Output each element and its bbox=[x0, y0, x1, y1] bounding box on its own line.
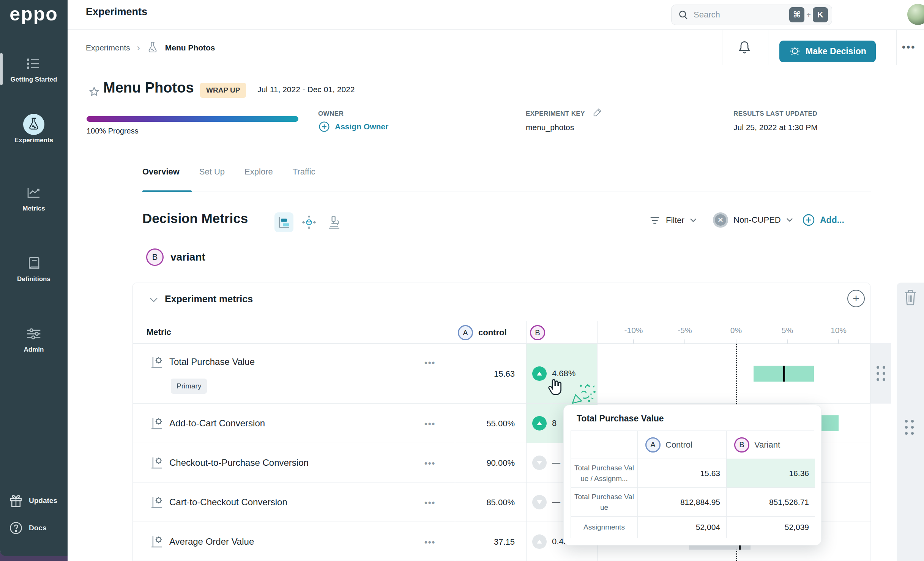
sidebar-scroll-thumb[interactable] bbox=[0, 53, 3, 85]
section-title: Experiment metrics bbox=[165, 294, 253, 305]
metric-name: Total Purchase Value bbox=[169, 357, 255, 367]
control-a-badge: A bbox=[645, 437, 661, 453]
add-label: Add... bbox=[820, 215, 844, 225]
avatar[interactable] bbox=[907, 4, 924, 25]
search-input[interactable]: Search ⌘ + K bbox=[671, 5, 832, 25]
book-icon bbox=[0, 253, 68, 274]
sidebar-item-label: Metrics bbox=[0, 205, 68, 212]
tab-underline-track bbox=[142, 192, 871, 192]
sidebar-item-metrics[interactable]: Metrics bbox=[0, 182, 68, 212]
tooltip-variant-value: 851,526.71 bbox=[727, 488, 815, 517]
breadcrumb-experiments[interactable]: Experiments bbox=[86, 43, 130, 52]
microscope-icon[interactable] bbox=[325, 212, 344, 232]
add-metric-button[interactable]: Add... bbox=[802, 213, 844, 227]
sidebar-item-admin[interactable]: Admin bbox=[0, 323, 68, 354]
results-updated-label: RESULTS LAST UPDATED bbox=[733, 110, 817, 118]
flask-icon bbox=[147, 41, 158, 54]
sidebar-footer-label: Docs bbox=[29, 524, 46, 532]
lift-direction-badge[interactable] bbox=[532, 416, 547, 431]
rail-drag-handle[interactable] bbox=[905, 420, 914, 435]
tooltip-variant-value: 52,039 bbox=[727, 517, 815, 538]
metric-more-button[interactable]: ••• bbox=[424, 459, 435, 468]
assign-owner-button[interactable]: Assign Owner bbox=[318, 121, 388, 133]
metric-tooltip: Total Purchase Value A Control B Variant… bbox=[563, 405, 822, 545]
row-drag-handle[interactable] bbox=[870, 343, 891, 404]
axis-tick-label: 0% bbox=[730, 326, 742, 335]
favorite-star-icon[interactable] bbox=[88, 86, 100, 98]
breadcrumb-separator: › bbox=[137, 42, 140, 53]
metric-gear-icon bbox=[150, 416, 164, 431]
results-updated-value: Jul 25, 2022 at 1:30 PM bbox=[733, 123, 818, 132]
experiment-key-value: menu_photos bbox=[526, 123, 574, 132]
page-title: Experiments bbox=[86, 6, 147, 18]
chart-line-icon bbox=[0, 182, 68, 203]
metric-gear-icon bbox=[150, 456, 164, 470]
tab-set-up[interactable]: Set Up bbox=[199, 167, 225, 180]
lift-value: 8 bbox=[552, 418, 557, 428]
make-decision-label: Make Decision bbox=[806, 46, 866, 57]
tab-traffic[interactable]: Traffic bbox=[293, 167, 315, 180]
collapse-chevron-icon[interactable] bbox=[149, 297, 159, 303]
status-badge: WRAP UP bbox=[200, 83, 246, 98]
decision-metrics-title: Decision Metrics bbox=[142, 211, 248, 226]
tab-overview[interactable]: Overview bbox=[142, 167, 180, 180]
owner-label: OWNER bbox=[318, 110, 344, 118]
metric-gear-icon bbox=[150, 355, 164, 369]
help-icon bbox=[8, 520, 24, 536]
sidebar-item-getting-started[interactable]: Getting Started bbox=[0, 53, 68, 83]
sliders-icon bbox=[0, 323, 68, 344]
sidebar-footer-updates[interactable]: Updates bbox=[8, 493, 57, 508]
divider bbox=[722, 30, 722, 65]
card-header: Experiment metrics + bbox=[133, 283, 870, 321]
lift-direction-badge[interactable] bbox=[532, 495, 547, 509]
primary-tag: Primary bbox=[171, 379, 207, 394]
tooltip-control-header: A Control bbox=[638, 431, 727, 459]
metric-more-button[interactable]: ••• bbox=[424, 498, 435, 508]
sidebar-item-definitions[interactable]: Definitions bbox=[0, 253, 68, 283]
progress-label: 100% Progress bbox=[87, 127, 139, 135]
chevron-down-icon bbox=[690, 218, 697, 223]
metric-more-button[interactable]: ••• bbox=[424, 537, 435, 547]
filter-dropdown[interactable]: Filter bbox=[649, 215, 697, 225]
sidebar-item-label: Getting Started bbox=[0, 76, 68, 83]
boxplot-view-icon[interactable] bbox=[274, 212, 293, 232]
sidebar: eppo Getting StartedExperimentsMetricsDe… bbox=[0, 0, 68, 556]
control-label: control bbox=[478, 328, 507, 338]
control-value: 85.00% bbox=[455, 498, 515, 508]
add-metric-circle-button[interactable]: + bbox=[847, 290, 865, 307]
make-decision-button[interactable]: Make Decision bbox=[779, 41, 876, 62]
lift-direction-badge[interactable] bbox=[532, 534, 547, 549]
experiment-header: Menu Photos WRAP UP Jul 11, 2022 - Dec 0… bbox=[68, 65, 924, 156]
tooltip-variant-header: B Variant bbox=[727, 431, 815, 459]
non-cuped-icon: ✕ bbox=[713, 212, 728, 228]
tooltip-header-row: A Control B Variant bbox=[571, 431, 814, 459]
more-options-button[interactable]: ••• bbox=[902, 41, 916, 53]
edit-pencil-icon[interactable] bbox=[592, 107, 603, 118]
breadcrumb-row: Experiments › Menu Photos Make Decision … bbox=[68, 30, 924, 65]
sidebar-item-label: Definitions bbox=[0, 275, 68, 283]
lift-value: — bbox=[552, 497, 560, 507]
metric-more-button[interactable]: ••• bbox=[424, 419, 435, 429]
tooltip-control-value: 52,004 bbox=[638, 517, 727, 538]
variant-header: B variant bbox=[146, 248, 205, 266]
trash-icon[interactable] bbox=[902, 289, 919, 306]
axis-tick-label: -5% bbox=[678, 326, 692, 335]
sidebar-footer-docs[interactable]: Docs bbox=[8, 520, 46, 536]
axis-tick-label: 5% bbox=[782, 326, 793, 335]
metric-more-button[interactable]: ••• bbox=[424, 358, 435, 368]
notifications-bell-icon[interactable] bbox=[736, 40, 752, 56]
k-key-badge: K bbox=[813, 7, 828, 22]
experiment-title: Menu Photos bbox=[103, 80, 194, 96]
cuped-dropdown[interactable]: ✕ Non-CUPED bbox=[713, 212, 793, 228]
shortcut-plus: + bbox=[806, 11, 811, 19]
lift-direction-badge[interactable] bbox=[532, 366, 547, 381]
lift-value: — bbox=[552, 458, 560, 468]
sidebar-item-experiments[interactable]: Experiments bbox=[0, 114, 68, 144]
sidebar-item-label: Admin bbox=[0, 346, 68, 354]
search-placeholder: Search bbox=[694, 10, 789, 20]
explore-move-icon[interactable] bbox=[300, 212, 319, 232]
tooltip-control-value: 15.63 bbox=[638, 459, 727, 488]
tab-explore[interactable]: Explore bbox=[244, 167, 273, 180]
lift-direction-badge[interactable] bbox=[532, 456, 547, 470]
cmd-key-badge: ⌘ bbox=[789, 7, 804, 22]
